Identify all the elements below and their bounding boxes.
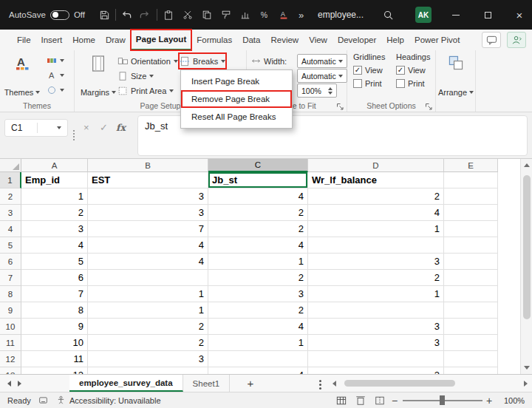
cell-B10[interactable]: 2 bbox=[88, 319, 208, 335]
tab-page-layout[interactable]: Page Layout bbox=[131, 30, 191, 50]
spinner-down-icon[interactable] bbox=[328, 92, 332, 95]
cell-B3[interactable]: 3 bbox=[88, 205, 208, 221]
zoom-out-button[interactable]: − bbox=[392, 392, 398, 408]
cell-D1[interactable]: Wr_lf_balance bbox=[308, 172, 444, 188]
tab-insert[interactable]: Insert bbox=[36, 30, 68, 50]
save-button[interactable] bbox=[99, 0, 110, 30]
menuitem-remove-page-break[interactable]: Remove Page Break bbox=[181, 90, 292, 108]
row-header-10[interactable]: 10 bbox=[0, 319, 21, 335]
theme-colors-button[interactable] bbox=[44, 54, 66, 67]
cell-D7[interactable]: 2 bbox=[308, 270, 444, 286]
size-button[interactable]: Size bbox=[117, 69, 154, 83]
h-scrollbar[interactable] bbox=[332, 380, 528, 387]
breaks-button[interactable]: Breaks bbox=[180, 54, 225, 68]
cell-D13[interactable]: 3 bbox=[308, 367, 444, 374]
maximize-button[interactable] bbox=[477, 0, 499, 30]
menuitem-insert-page-break[interactable]: Insert Page Break bbox=[181, 72, 292, 90]
tab-draw[interactable]: Draw bbox=[100, 30, 131, 50]
cell-E6[interactable] bbox=[444, 254, 498, 270]
cell-A7[interactable]: 6 bbox=[21, 270, 88, 286]
cell-E10[interactable] bbox=[444, 319, 498, 335]
view-page-break-button[interactable] bbox=[375, 392, 385, 408]
row-header-2[interactable]: 2 bbox=[0, 188, 21, 205]
cell-E9[interactable] bbox=[444, 302, 498, 319]
copy-button[interactable] bbox=[202, 0, 212, 30]
col-header-D[interactable]: D bbox=[308, 159, 444, 172]
v-scrollbar[interactable] bbox=[520, 159, 532, 374]
headings-view-checkbox[interactable]: View bbox=[396, 66, 437, 75]
tab-power-pivot[interactable]: Power Pivot bbox=[409, 30, 465, 50]
row-header-9[interactable]: 9 bbox=[0, 302, 21, 319]
cell-A10[interactable]: 9 bbox=[21, 319, 88, 335]
avatar[interactable]: AK bbox=[415, 7, 432, 23]
cell-B6[interactable]: 4 bbox=[88, 254, 208, 270]
height-select[interactable]: Automatic bbox=[297, 69, 347, 83]
sheet-options-dialog-launcher-icon[interactable] bbox=[425, 101, 433, 109]
toolbar-overflow-icon[interactable]: » bbox=[299, 0, 304, 30]
cell-D8[interactable]: 1 bbox=[308, 286, 444, 302]
cell-E13[interactable] bbox=[444, 367, 498, 374]
cell-C10[interactable]: 4 bbox=[208, 319, 308, 335]
cell-C4[interactable]: 2 bbox=[208, 221, 308, 237]
cell-D9[interactable] bbox=[308, 302, 444, 319]
cell-D10[interactable]: 3 bbox=[308, 319, 444, 335]
sheet-tab-menu-icon[interactable] bbox=[319, 380, 321, 382]
cell-D6[interactable]: 3 bbox=[308, 254, 444, 270]
col-header-A[interactable]: A bbox=[21, 159, 88, 172]
close-button[interactable]: × bbox=[508, 0, 531, 30]
cell-D4[interactable]: 1 bbox=[308, 221, 444, 237]
cell-E3[interactable] bbox=[444, 205, 498, 221]
cell-B11[interactable]: 2 bbox=[88, 335, 208, 351]
cell-D2[interactable]: 2 bbox=[308, 188, 444, 205]
cell-C7[interactable]: 2 bbox=[208, 270, 308, 286]
enter-button[interactable]: ✓ bbox=[100, 122, 108, 133]
cell-D11[interactable]: 3 bbox=[308, 335, 444, 351]
cell-A1[interactable]: Emp_id bbox=[21, 172, 88, 188]
cell-C6[interactable]: 1 bbox=[208, 254, 308, 270]
scroll-up-icon[interactable] bbox=[524, 163, 530, 167]
cell-C1[interactable]: Jb_st bbox=[208, 172, 308, 188]
cell-B13[interactable] bbox=[88, 367, 208, 374]
cell-A13[interactable]: 12 bbox=[21, 367, 88, 374]
font-color-button[interactable]: A bbox=[279, 0, 289, 30]
row-header-1[interactable]: 1 bbox=[0, 172, 21, 188]
minimize-button[interactable] bbox=[445, 0, 467, 30]
search-button[interactable] bbox=[383, 0, 394, 30]
cell-C9[interactable]: 2 bbox=[208, 302, 308, 319]
row-header-6[interactable]: 6 bbox=[0, 254, 21, 270]
scale-dialog-launcher-icon[interactable] bbox=[336, 101, 344, 109]
zoom-level[interactable]: 100% bbox=[504, 392, 525, 408]
view-normal-button[interactable] bbox=[336, 392, 347, 408]
tab-help[interactable]: Help bbox=[381, 30, 409, 50]
cell-B5[interactable]: 4 bbox=[88, 237, 208, 254]
cell-D3[interactable]: 4 bbox=[308, 205, 444, 221]
gridlines-view-checkbox[interactable]: View bbox=[353, 66, 395, 75]
cancel-button[interactable]: × bbox=[83, 122, 89, 133]
cell-C2[interactable]: 4 bbox=[208, 188, 308, 205]
autosave-toggle[interactable]: AutoSave Off bbox=[9, 0, 85, 30]
h-scroll-left-icon[interactable] bbox=[332, 381, 336, 387]
tab-developer[interactable]: Developer bbox=[332, 30, 381, 50]
gridlines-print-checkbox[interactable]: Print bbox=[353, 79, 395, 88]
row-header-3[interactable]: 3 bbox=[0, 205, 21, 221]
macro-record-button[interactable] bbox=[38, 392, 48, 408]
row-header-11[interactable]: 11 bbox=[0, 335, 21, 351]
row-header-12[interactable]: 12 bbox=[0, 351, 21, 367]
margins-button[interactable]: Margins bbox=[81, 52, 116, 98]
view-page-layout-button[interactable] bbox=[355, 392, 366, 408]
cell-A8[interactable]: 7 bbox=[21, 286, 88, 302]
h-scroll-right-icon[interactable] bbox=[524, 381, 528, 387]
cell-E7[interactable] bbox=[444, 270, 498, 286]
tab-data[interactable]: Data bbox=[237, 30, 265, 50]
sheet-nav-left-icon[interactable] bbox=[7, 381, 11, 387]
tab-formulas[interactable]: Formulas bbox=[191, 30, 237, 50]
cell-C11[interactable]: 1 bbox=[208, 335, 308, 351]
arrange-button[interactable]: Arrange bbox=[438, 52, 474, 98]
cell-B2[interactable]: 3 bbox=[88, 188, 208, 205]
cell-C8[interactable]: 3 bbox=[208, 286, 308, 302]
cell-A2[interactable]: 1 bbox=[21, 188, 88, 205]
row-header-13[interactable]: 13 bbox=[0, 367, 21, 374]
h-scroll-thumb[interactable] bbox=[344, 380, 455, 387]
theme-fonts-button[interactable]: A bbox=[44, 69, 66, 82]
cell-D5[interactable] bbox=[308, 237, 444, 254]
